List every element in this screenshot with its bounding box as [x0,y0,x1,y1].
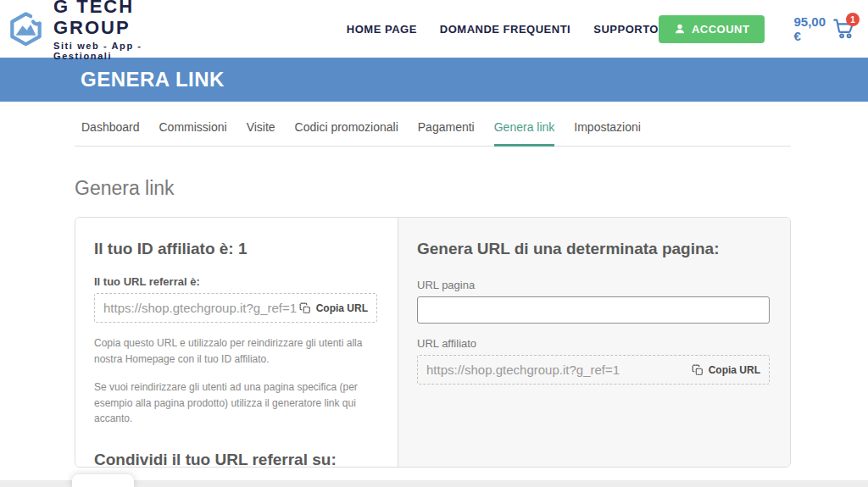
copy-affiliate-url-button[interactable]: Copia URL [692,364,760,376]
url-page-label: URL pagina [417,279,770,291]
copy-icon [299,302,311,314]
affiliate-id-heading: Il tuo ID affiliato è: 1 [94,240,377,258]
tab-bar: Dashboard Commissioni Visite Codici prom… [75,112,791,147]
tab-impostazioni[interactable]: Impostazioni [574,112,641,147]
url-page-input[interactable] [417,296,770,324]
cookie-widget-peek[interactable] [72,474,134,487]
main-nav: HOME PAGE DOMANDE FREQUENTI SUPPORTO [347,23,659,36]
referral-description-1: Copia questo URL e utilizzalo per reindi… [94,335,377,367]
tab-codici-promozionali[interactable]: Codici promozionali [295,112,398,147]
logo[interactable]: G TECH GROUP Siti web - App - Gestionali [7,0,186,61]
referral-url-label: Il tuo URL referral è: [94,275,377,288]
gtech-logo-icon [7,5,45,53]
tab-dashboard[interactable]: Dashboard [81,112,140,147]
header: G TECH GROUP Siti web - App - Gestionali… [0,0,868,58]
cart[interactable]: 95,00 € 1 [793,14,856,43]
url-affiliate-value: https://shop.gtechgroup.it?g_ref=1 [426,362,620,377]
url-affiliate-box: https://shop.gtechgroup.it?g_ref=1 Copia… [417,355,770,385]
tab-pagamenti[interactable]: Pagamenti [418,112,475,147]
share-heading: Condividi il tuo URL referral su: [94,451,377,468]
referral-panel: Il tuo ID affiliato è: 1 Il tuo URL refe… [75,218,398,467]
copy-button-label: Copia URL [709,364,760,376]
account-button-label: ACCOUNT [692,23,750,36]
logo-title: G TECH GROUP [53,0,186,38]
page-banner: GENERA LINK [0,58,868,102]
url-generator-panel: Genera URL di una determinata pagina: UR… [398,218,790,467]
nav-supporto[interactable]: SUPPORTO [593,23,659,36]
header-right: ACCOUNT 95,00 € 1 [659,14,856,43]
tab-commissioni[interactable]: Commissioni [159,112,227,147]
nav-home-page[interactable]: HOME PAGE [347,23,417,36]
copy-referral-url-button[interactable]: Copia URL [299,302,368,314]
referral-url-box: https://shop.gtechgroup.it?g_ref=1 Copia… [94,293,377,323]
copy-icon [692,364,704,376]
tab-visite[interactable]: Visite [247,112,275,147]
copy-button-label: Copia URL [316,302,368,314]
cart-badge: 1 [846,13,860,26]
logo-subtitle: Siti web - App - Gestionali [53,41,186,61]
generator-heading: Genera URL di una determinata pagina: [417,240,770,258]
user-icon [674,23,686,35]
cart-price: 95,00 € [793,14,827,43]
referral-description-2: Se vuoi reindirizzare gli utenti ad una … [94,379,377,427]
generate-link-card: Il tuo ID affiliato è: 1 Il tuo URL refe… [75,217,791,468]
banner-title: GENERA LINK [81,68,225,91]
account-button[interactable]: ACCOUNT [659,15,765,43]
nav-domande-frequenti[interactable]: DOMANDE FREQUENTI [440,23,570,36]
tab-genera-link[interactable]: Genera link [494,112,555,147]
referral-url-value: https://shop.gtechgroup.it?g_ref=1 [103,301,297,315]
page-title: Genera link [75,177,868,200]
url-affiliate-label: URL affiliato [417,337,770,350]
